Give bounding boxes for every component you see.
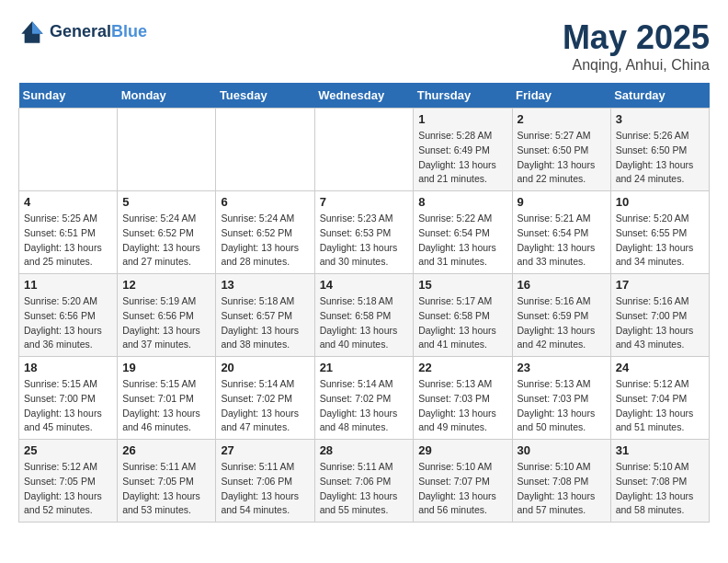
main-title: May 2025 xyxy=(563,18,710,57)
day-info: Sunrise: 5:20 AMSunset: 6:56 PMDaylight:… xyxy=(24,294,112,352)
calendar-cell: 13Sunrise: 5:18 AMSunset: 6:57 PMDayligh… xyxy=(216,274,314,357)
day-number: 9 xyxy=(518,195,606,209)
day-number: 3 xyxy=(616,112,704,126)
day-header-monday: Monday xyxy=(118,83,216,109)
calendar-cell: 23Sunrise: 5:13 AMSunset: 7:03 PMDayligh… xyxy=(512,357,610,440)
day-number: 4 xyxy=(24,195,112,209)
calendar-cell xyxy=(118,109,216,191)
calendar-cell: 2Sunrise: 5:27 AMSunset: 6:50 PMDaylight… xyxy=(512,109,610,191)
calendar-cell: 22Sunrise: 5:13 AMSunset: 7:03 PMDayligh… xyxy=(414,357,512,440)
logo-text: GeneralBlue xyxy=(50,23,147,41)
day-info: Sunrise: 5:12 AMSunset: 7:05 PMDaylight:… xyxy=(24,460,112,518)
day-info: Sunrise: 5:18 AMSunset: 6:58 PMDaylight:… xyxy=(320,294,409,352)
day-info: Sunrise: 5:24 AMSunset: 6:52 PMDaylight:… xyxy=(122,212,210,270)
calendar-cell: 26Sunrise: 5:11 AMSunset: 7:05 PMDayligh… xyxy=(118,440,216,523)
day-number: 25 xyxy=(24,443,112,457)
day-info: Sunrise: 5:10 AMSunset: 7:07 PMDaylight:… xyxy=(418,460,506,518)
day-number: 21 xyxy=(320,361,409,374)
calendar-cell: 15Sunrise: 5:17 AMSunset: 6:58 PMDayligh… xyxy=(414,274,512,357)
logo-icon xyxy=(18,18,46,46)
calendar-cell: 30Sunrise: 5:10 AMSunset: 7:08 PMDayligh… xyxy=(512,440,610,523)
calendar-cell: 14Sunrise: 5:18 AMSunset: 6:58 PMDayligh… xyxy=(314,274,414,357)
calendar-cell: 21Sunrise: 5:14 AMSunset: 7:02 PMDayligh… xyxy=(314,357,414,440)
day-info: Sunrise: 5:14 AMSunset: 7:02 PMDaylight:… xyxy=(320,377,409,435)
calendar-header: SundayMondayTuesdayWednesdayThursdayFrid… xyxy=(19,83,710,109)
day-info: Sunrise: 5:19 AMSunset: 6:56 PMDaylight:… xyxy=(122,294,210,352)
day-info: Sunrise: 5:23 AMSunset: 6:53 PMDaylight:… xyxy=(320,212,409,270)
day-info: Sunrise: 5:14 AMSunset: 7:02 PMDaylight:… xyxy=(221,377,309,435)
calendar-cell: 5Sunrise: 5:24 AMSunset: 6:52 PMDaylight… xyxy=(118,191,216,274)
day-info: Sunrise: 5:20 AMSunset: 6:55 PMDaylight:… xyxy=(616,212,704,270)
calendar-cell: 11Sunrise: 5:20 AMSunset: 6:56 PMDayligh… xyxy=(19,274,118,357)
calendar-body: 1Sunrise: 5:28 AMSunset: 6:49 PMDaylight… xyxy=(19,109,710,523)
logo: GeneralBlue xyxy=(18,18,147,46)
day-info: Sunrise: 5:18 AMSunset: 6:57 PMDaylight:… xyxy=(221,294,309,352)
day-number: 23 xyxy=(518,361,606,374)
calendar-cell: 19Sunrise: 5:15 AMSunset: 7:01 PMDayligh… xyxy=(118,357,216,440)
calendar-cell: 27Sunrise: 5:11 AMSunset: 7:06 PMDayligh… xyxy=(216,440,314,523)
day-number: 14 xyxy=(320,278,409,292)
day-number: 17 xyxy=(616,278,704,292)
day-info: Sunrise: 5:16 AMSunset: 7:00 PMDaylight:… xyxy=(616,294,704,352)
week-row-4: 18Sunrise: 5:15 AMSunset: 7:00 PMDayligh… xyxy=(19,357,710,440)
calendar-cell: 31Sunrise: 5:10 AMSunset: 7:08 PMDayligh… xyxy=(610,440,709,523)
day-number: 7 xyxy=(320,195,409,209)
day-info: Sunrise: 5:11 AMSunset: 7:06 PMDaylight:… xyxy=(320,460,409,518)
title-block: May 2025 Anqing, Anhui, China xyxy=(563,18,710,74)
calendar-cell: 20Sunrise: 5:14 AMSunset: 7:02 PMDayligh… xyxy=(216,357,314,440)
subtitle: Anqing, Anhui, China xyxy=(563,57,710,74)
day-info: Sunrise: 5:11 AMSunset: 7:06 PMDaylight:… xyxy=(221,460,309,518)
day-number: 15 xyxy=(418,278,506,292)
calendar-cell: 28Sunrise: 5:11 AMSunset: 7:06 PMDayligh… xyxy=(314,440,414,523)
calendar-cell: 18Sunrise: 5:15 AMSunset: 7:00 PMDayligh… xyxy=(19,357,118,440)
calendar-cell: 17Sunrise: 5:16 AMSunset: 7:00 PMDayligh… xyxy=(610,274,709,357)
day-info: Sunrise: 5:28 AMSunset: 6:49 PMDaylight:… xyxy=(418,129,506,187)
svg-marker-1 xyxy=(32,21,43,33)
day-number: 31 xyxy=(616,443,704,457)
day-number: 8 xyxy=(418,195,506,209)
day-number: 11 xyxy=(24,278,112,292)
day-header-wednesday: Wednesday xyxy=(314,83,414,109)
day-header-friday: Friday xyxy=(512,83,610,109)
calendar-cell: 4Sunrise: 5:25 AMSunset: 6:51 PMDaylight… xyxy=(19,191,118,274)
day-header-tuesday: Tuesday xyxy=(216,83,314,109)
calendar-cell: 8Sunrise: 5:22 AMSunset: 6:54 PMDaylight… xyxy=(414,191,512,274)
day-info: Sunrise: 5:24 AMSunset: 6:52 PMDaylight:… xyxy=(221,212,309,270)
day-number: 27 xyxy=(221,443,309,457)
calendar-cell: 25Sunrise: 5:12 AMSunset: 7:05 PMDayligh… xyxy=(19,440,118,523)
calendar-cell: 3Sunrise: 5:26 AMSunset: 6:50 PMDaylight… xyxy=(610,109,709,191)
day-info: Sunrise: 5:13 AMSunset: 7:03 PMDaylight:… xyxy=(418,377,506,435)
day-number: 2 xyxy=(518,112,606,126)
day-info: Sunrise: 5:21 AMSunset: 6:54 PMDaylight:… xyxy=(518,212,606,270)
day-number: 28 xyxy=(320,443,409,457)
day-number: 10 xyxy=(616,195,704,209)
day-header-saturday: Saturday xyxy=(610,83,709,109)
day-number: 5 xyxy=(122,195,210,209)
week-row-2: 4Sunrise: 5:25 AMSunset: 6:51 PMDaylight… xyxy=(19,191,710,274)
day-info: Sunrise: 5:22 AMSunset: 6:54 PMDaylight:… xyxy=(418,212,506,270)
calendar-cell: 12Sunrise: 5:19 AMSunset: 6:56 PMDayligh… xyxy=(118,274,216,357)
day-number: 12 xyxy=(122,278,210,292)
day-info: Sunrise: 5:25 AMSunset: 6:51 PMDaylight:… xyxy=(24,212,112,270)
day-info: Sunrise: 5:27 AMSunset: 6:50 PMDaylight:… xyxy=(518,129,606,187)
calendar-cell: 29Sunrise: 5:10 AMSunset: 7:07 PMDayligh… xyxy=(414,440,512,523)
day-number: 1 xyxy=(418,112,506,126)
day-number: 18 xyxy=(24,361,112,374)
day-info: Sunrise: 5:11 AMSunset: 7:05 PMDaylight:… xyxy=(122,460,210,518)
calendar-cell: 9Sunrise: 5:21 AMSunset: 6:54 PMDaylight… xyxy=(512,191,610,274)
calendar-cell: 24Sunrise: 5:12 AMSunset: 7:04 PMDayligh… xyxy=(610,357,709,440)
day-info: Sunrise: 5:15 AMSunset: 7:00 PMDaylight:… xyxy=(24,377,112,435)
day-number: 19 xyxy=(122,361,210,374)
calendar-cell: 16Sunrise: 5:16 AMSunset: 6:59 PMDayligh… xyxy=(512,274,610,357)
day-number: 26 xyxy=(122,443,210,457)
week-row-3: 11Sunrise: 5:20 AMSunset: 6:56 PMDayligh… xyxy=(19,274,710,357)
calendar-cell: 10Sunrise: 5:20 AMSunset: 6:55 PMDayligh… xyxy=(610,191,709,274)
week-row-1: 1Sunrise: 5:28 AMSunset: 6:49 PMDaylight… xyxy=(19,109,710,191)
calendar-cell xyxy=(314,109,414,191)
day-info: Sunrise: 5:13 AMSunset: 7:03 PMDaylight:… xyxy=(518,377,606,435)
calendar-table: SundayMondayTuesdayWednesdayThursdayFrid… xyxy=(18,83,710,523)
day-number: 16 xyxy=(518,278,606,292)
week-row-5: 25Sunrise: 5:12 AMSunset: 7:05 PMDayligh… xyxy=(19,440,710,523)
day-number: 30 xyxy=(518,443,606,457)
day-number: 6 xyxy=(221,195,309,209)
